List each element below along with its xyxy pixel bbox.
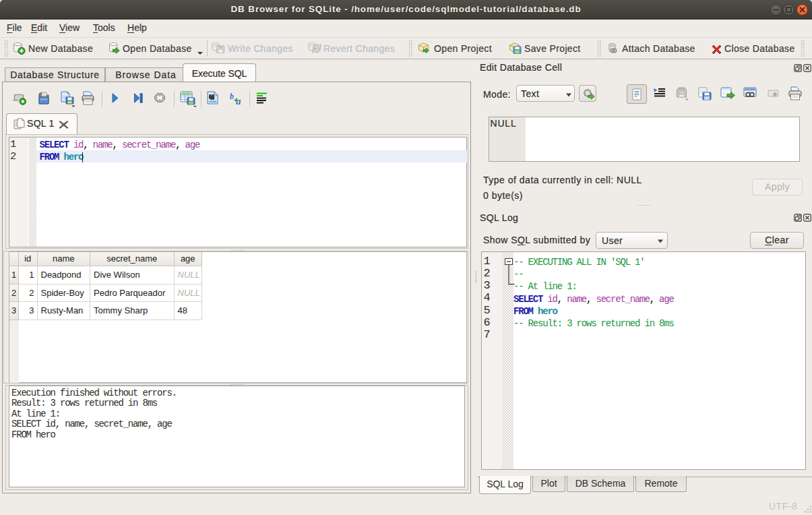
svg-text:b: b xyxy=(230,92,234,101)
svg-text:a: a xyxy=(236,96,241,106)
